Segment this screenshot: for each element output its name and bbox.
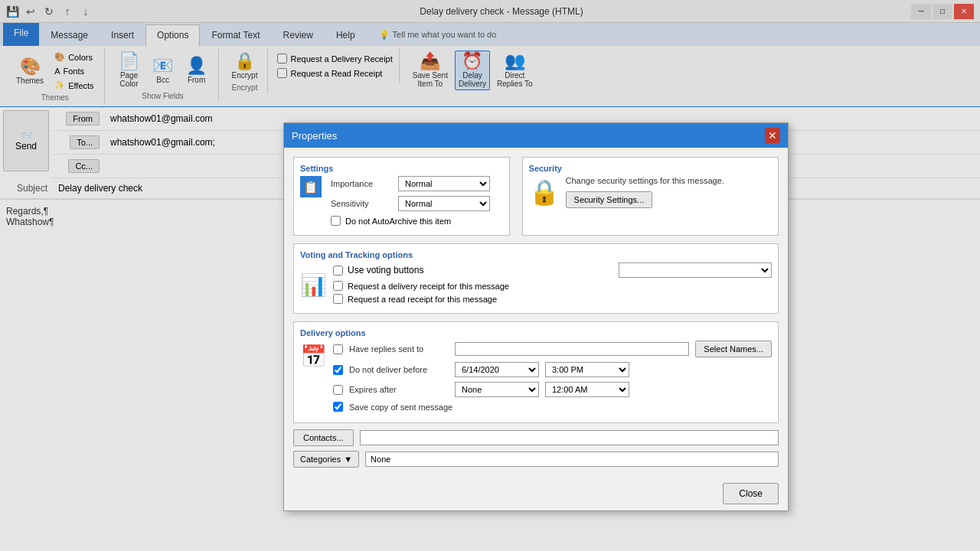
importance-row: Importance Normal bbox=[331, 176, 490, 191]
have-replies-label: Have replies sent to bbox=[349, 344, 449, 354]
contacts-row: Contacts... bbox=[293, 429, 779, 446]
do-not-deliver-row: Do not deliver before 6/14/2020 3:00 PM bbox=[333, 362, 772, 377]
importance-select[interactable]: Normal bbox=[398, 176, 490, 191]
importance-label: Importance bbox=[331, 179, 392, 188]
delivery-receipt-tracking-cb[interactable] bbox=[333, 281, 343, 291]
autoarchive-label: Do not AutoArchive this item bbox=[345, 217, 451, 226]
lock-icon: 🔒 bbox=[529, 178, 560, 207]
settings-section: Settings 📋 Importance Normal Sensitivity bbox=[293, 157, 510, 236]
contacts-btn[interactable]: Contacts... bbox=[293, 429, 354, 446]
categories-btn[interactable]: Categories ▼ bbox=[293, 451, 359, 468]
voting-title: Voting and Tracking options bbox=[300, 250, 772, 259]
sensitivity-select[interactable]: Normal bbox=[398, 196, 490, 211]
read-receipt-tracking-cb[interactable] bbox=[333, 294, 343, 304]
save-copy-checkbox[interactable] bbox=[333, 402, 343, 412]
expires-label: Expires after bbox=[349, 385, 449, 394]
select-names-btn[interactable]: Select Names... bbox=[695, 341, 772, 357]
delivery-receipt-tracking-row: Request a delivery receipt for this mess… bbox=[333, 281, 772, 291]
settings-fields: Importance Normal Sensitivity Normal bbox=[331, 176, 490, 229]
delivery-inner: 📅 Have replies sent to Select Names... D… bbox=[300, 341, 772, 416]
autoarchive-checkbox[interactable] bbox=[331, 216, 341, 226]
dialog-titlebar: Properties ✕ bbox=[284, 123, 788, 148]
expires-checkbox[interactable] bbox=[333, 385, 343, 395]
delivery-section: Delivery options 📅 Have replies sent to … bbox=[293, 321, 779, 423]
security-inner: 🔒 Change security settings for this mess… bbox=[529, 176, 772, 208]
delivery-receipt-tracking-label: Request a delivery receipt for this mess… bbox=[348, 282, 509, 291]
dialog-footer: Close bbox=[284, 477, 788, 510]
delivery-title: Delivery options bbox=[300, 328, 772, 337]
sensitivity-label: Sensitivity bbox=[331, 199, 392, 208]
categories-row: Categories ▼ bbox=[293, 451, 779, 468]
expires-row: Expires after None 12:00 AM bbox=[333, 382, 772, 397]
use-voting-checkbox[interactable] bbox=[333, 266, 343, 276]
dialog-body: Settings 📋 Importance Normal Sensitivity bbox=[284, 148, 788, 477]
expires-time-select[interactable]: 12:00 AM bbox=[545, 382, 629, 397]
have-replies-checkbox[interactable] bbox=[333, 344, 343, 354]
do-not-deliver-checkbox[interactable] bbox=[333, 365, 343, 375]
expires-date-select[interactable]: None bbox=[455, 382, 539, 397]
dialog-title: Properties bbox=[292, 130, 337, 142]
deliver-time-select[interactable]: 3:00 PM bbox=[545, 362, 629, 377]
dialog-close-btn[interactable]: ✕ bbox=[765, 128, 780, 143]
dialog-close-footer-btn[interactable]: Close bbox=[723, 483, 779, 504]
security-title: Security bbox=[529, 164, 772, 173]
delivery-fields: Have replies sent to Select Names... Do … bbox=[333, 341, 772, 416]
security-content: Change security settings for this messag… bbox=[566, 176, 724, 208]
security-description: Change security settings for this messag… bbox=[566, 176, 724, 185]
security-section: Security 🔒 Change security settings for … bbox=[522, 157, 779, 236]
save-copy-row: Save copy of sent message bbox=[333, 402, 772, 412]
have-replies-row: Have replies sent to Select Names... bbox=[333, 341, 772, 357]
read-receipt-tracking-label: Request a read receipt for this message bbox=[348, 295, 497, 304]
voting-checks: Use voting buttons Request a delivery re… bbox=[333, 262, 772, 307]
contacts-input[interactable] bbox=[360, 430, 779, 445]
sensitivity-row: Sensitivity Normal bbox=[331, 196, 490, 211]
settings-security-row: Settings 📋 Importance Normal Sensitivity bbox=[293, 157, 779, 236]
voting-inner: 📊 Use voting buttons Request a delivery … bbox=[300, 262, 772, 307]
do-not-deliver-label: Do not deliver before bbox=[349, 365, 449, 374]
properties-dialog: Properties ✕ Settings 📋 Importance Norma… bbox=[283, 122, 789, 511]
importance-icon: 📋 bbox=[300, 176, 322, 197]
save-copy-label: Save copy of sent message bbox=[349, 403, 452, 412]
settings-title: Settings bbox=[300, 164, 503, 173]
read-receipt-tracking-row: Request a read receipt for this message bbox=[333, 294, 772, 304]
have-replies-input[interactable] bbox=[455, 342, 689, 356]
use-voting-row: Use voting buttons bbox=[333, 262, 772, 278]
voting-icon: 📊 bbox=[300, 272, 327, 298]
categories-chevron-icon: ▼ bbox=[344, 455, 352, 464]
security-settings-btn[interactable]: Security Settings... bbox=[566, 191, 653, 208]
use-voting-label: Use voting buttons bbox=[348, 265, 423, 276]
voting-section: Voting and Tracking options 📊 Use voting… bbox=[293, 243, 779, 314]
categories-input[interactable] bbox=[365, 452, 779, 467]
autoarchive-row: Do not AutoArchive this item bbox=[331, 216, 490, 226]
settings-inner: 📋 Importance Normal Sensitivity Normal bbox=[300, 176, 503, 229]
deliver-date-select[interactable]: 6/14/2020 bbox=[455, 362, 539, 377]
categories-label: Categories bbox=[300, 455, 341, 464]
voting-select[interactable] bbox=[619, 262, 772, 278]
delivery-icon: 📅 bbox=[300, 344, 327, 369]
